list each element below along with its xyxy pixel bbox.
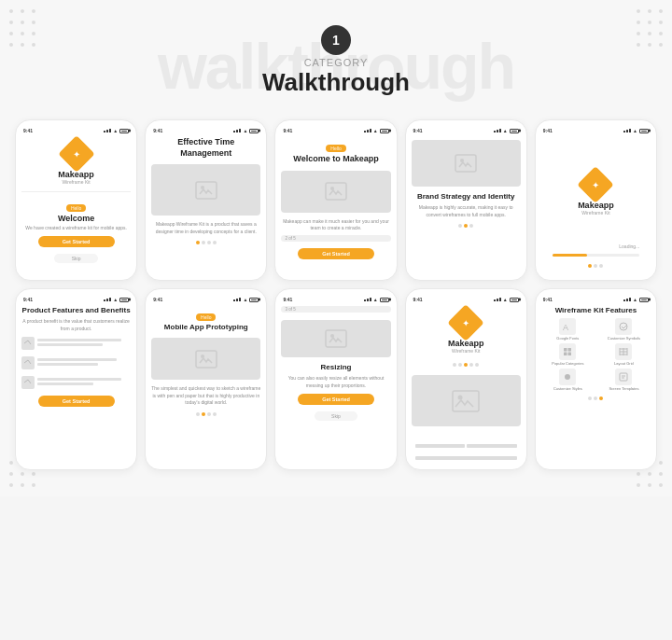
svg-rect-8 bbox=[326, 330, 346, 347]
dot-5 bbox=[475, 363, 479, 367]
image-placeholder bbox=[151, 164, 260, 216]
grid-icon-item: Popular Categories bbox=[541, 343, 595, 366]
dot-4 bbox=[213, 412, 217, 416]
phone-resizing: 9:41 ▲ 3 of 5 Resizing You can al bbox=[274, 288, 397, 470]
signal-icon bbox=[104, 129, 111, 132]
icon-box: A bbox=[559, 318, 576, 335]
app-subtitle: Wireframe Kit bbox=[21, 179, 131, 185]
svg-point-5 bbox=[460, 159, 464, 162]
battery-icon bbox=[249, 298, 259, 302]
battery-icon bbox=[249, 129, 259, 133]
phone-splash-loading: 9:41 ▲ Makeapp Wireframe Kit bbox=[535, 119, 657, 281]
get-started-btn[interactable]: Get Started bbox=[298, 248, 374, 259]
icon-label: Layout Grid bbox=[614, 361, 634, 366]
phones-row-2: 9:41 ▲ Product Features and Benefits A p… bbox=[15, 288, 657, 470]
wifi-icon: ▲ bbox=[503, 128, 508, 133]
phone-body: Product Features and Benefits A product … bbox=[21, 306, 131, 409]
phone-product-features: 9:41 ▲ Product Features and Benefits A p… bbox=[15, 288, 137, 470]
grid-icon-item: Customize Symbols bbox=[597, 318, 651, 341]
body-text: The simplest and quickest way to sketch … bbox=[151, 385, 260, 407]
status-bar: 9:41 ▲ bbox=[21, 297, 131, 302]
svg-point-9 bbox=[330, 334, 334, 338]
status-time: 9:41 bbox=[153, 128, 162, 133]
phone-body: Makeapp Wireframe Kit Hello Welcome We h… bbox=[21, 137, 131, 265]
phone-body: Effective Time Management Makeapp Wirefr… bbox=[151, 137, 260, 247]
header: walkthrough 1 Category Walkthrough bbox=[15, 19, 657, 103]
dot-3 bbox=[207, 241, 211, 244]
dots-indicator bbox=[151, 241, 260, 244]
dot-3 bbox=[207, 412, 211, 416]
signal-icon bbox=[494, 298, 501, 301]
svg-rect-2 bbox=[326, 183, 346, 200]
dot-3 bbox=[469, 224, 473, 228]
wifi-icon: ▲ bbox=[503, 297, 508, 302]
phones-row-1: 9:41 ▲ Makeapp Wireframe Kit bbox=[15, 119, 657, 281]
grid-icon-item: Layout Grid bbox=[597, 343, 651, 366]
skip-btn[interactable]: Skip bbox=[54, 254, 98, 263]
battery-icon bbox=[639, 129, 649, 133]
svg-rect-25 bbox=[620, 373, 627, 381]
status-bar: 9:41 ▲ bbox=[281, 128, 390, 133]
icon-label: Popular Categories bbox=[552, 361, 583, 366]
svg-rect-10 bbox=[453, 391, 479, 411]
icon-label: Google Fonts bbox=[556, 336, 579, 341]
hello-badge: Hello bbox=[196, 313, 216, 321]
body-text: Makeapp is highly accurate, making it ea… bbox=[412, 204, 521, 218]
list-thumb bbox=[21, 376, 35, 389]
list-thumb bbox=[21, 356, 35, 369]
grid-icon-item: A Google Fonts bbox=[541, 318, 595, 341]
status-icons: ▲ bbox=[494, 297, 519, 302]
icon-box bbox=[559, 343, 576, 360]
section-title: Welcome bbox=[21, 214, 131, 225]
phone-body: Hello Welcome to Makeapp Makeapp can mak… bbox=[281, 137, 390, 261]
dot-3 bbox=[599, 264, 603, 268]
svg-rect-0 bbox=[196, 182, 217, 199]
icon-box bbox=[615, 318, 632, 335]
dot-2 bbox=[594, 397, 597, 400]
dot-2 bbox=[594, 264, 597, 268]
status-icons: ▲ bbox=[233, 297, 259, 302]
list-item bbox=[21, 335, 131, 352]
get-started-btn[interactable]: Get Started bbox=[298, 394, 374, 405]
app-icon bbox=[578, 166, 615, 203]
wifi-icon: ▲ bbox=[373, 128, 378, 133]
status-bar: 9:41 ▲ bbox=[151, 128, 260, 133]
body-text: Makeapp Wireframe Kit is a product that … bbox=[151, 221, 260, 235]
status-bar: 9:41 ▲ bbox=[412, 297, 521, 302]
dot-4 bbox=[469, 363, 473, 367]
phone-title: Resizing bbox=[281, 363, 390, 372]
status-time: 9:41 bbox=[283, 128, 292, 133]
dot-1 bbox=[453, 363, 456, 367]
battery-icon bbox=[380, 298, 389, 302]
phone-welcome: 9:41 ▲ Makeapp Wireframe Kit bbox=[15, 119, 137, 281]
phone-body: Makeapp Wireframe Kit Loading... bbox=[541, 137, 651, 271]
step-circle: 1 bbox=[321, 25, 351, 55]
icon-box bbox=[615, 369, 632, 385]
status-icons: ▲ bbox=[623, 297, 649, 302]
status-time: 9:41 bbox=[153, 297, 162, 302]
image-placeholder bbox=[281, 171, 390, 213]
dot-1 bbox=[196, 412, 200, 416]
phone-title: Product Features and Benefits bbox=[21, 306, 131, 315]
status-icons: ▲ bbox=[494, 128, 519, 133]
icon-label: Customize Styles bbox=[553, 386, 582, 391]
skip-btn[interactable]: Skip bbox=[315, 411, 358, 421]
image-placeholder bbox=[281, 320, 390, 357]
status-time: 9:41 bbox=[23, 297, 33, 302]
wifi-icon: ▲ bbox=[243, 297, 247, 302]
dot-2 bbox=[458, 363, 462, 367]
status-bar: 9:41 ▲ bbox=[412, 128, 521, 133]
wifi-icon: ▲ bbox=[373, 297, 378, 302]
phone-prototyping: 9:41 ▲ Hello Mobile App Prototyping bbox=[145, 288, 267, 470]
grid-icon-item: Customize Styles bbox=[541, 369, 595, 391]
get-started-btn[interactable]: Get Started bbox=[38, 236, 115, 247]
signal-icon bbox=[623, 129, 631, 132]
phone-time-management: 9:41 ▲ Effective Time Management Makeapp bbox=[145, 119, 267, 281]
hello-badge: Hello bbox=[326, 145, 345, 152]
get-started-btn[interactable]: Get Started bbox=[38, 396, 115, 407]
dot-1 bbox=[196, 241, 200, 244]
phone-body: Hello Mobile App Prototyping The simples… bbox=[151, 306, 260, 419]
phone-makeapp-splash: 9:41 ▲ Makeapp Wireframe Kit bbox=[405, 288, 527, 470]
subtitle-text: A product benefit is the value that cust… bbox=[21, 318, 131, 332]
wifi-icon: ▲ bbox=[113, 128, 118, 133]
